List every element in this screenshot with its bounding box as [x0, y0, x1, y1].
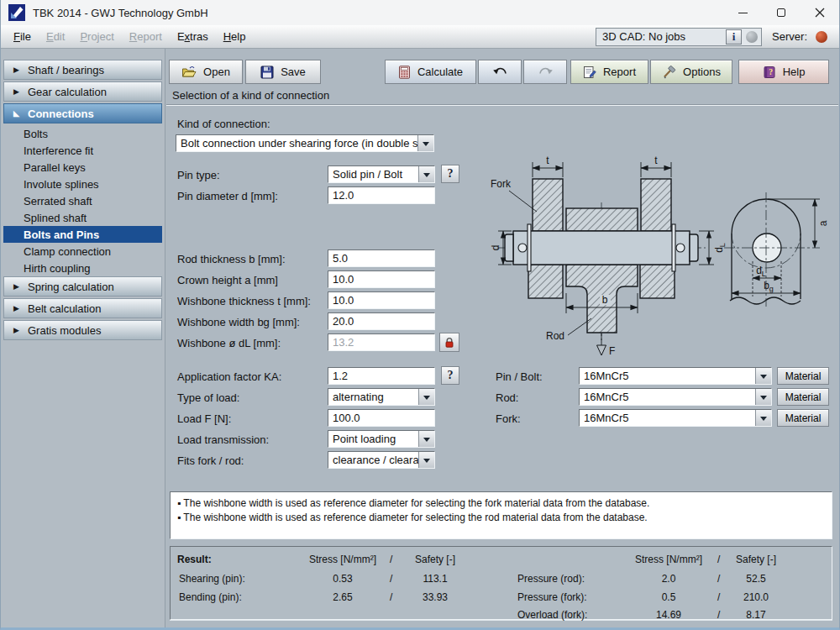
kind-of-connection-select[interactable]: Bolt connection under shearing force (in…	[176, 134, 434, 152]
sidebar-item-involute-splines[interactable]: Involute splines	[3, 176, 162, 192]
sidebar-item-clamp-connection[interactable]: Clamp connection	[3, 243, 162, 260]
dropdown-arrow-icon[interactable]	[755, 368, 771, 384]
wishbone-diameter-input	[328, 333, 435, 351]
sidebar-item-hirth-coupling[interactable]: Hirth coupling	[3, 260, 162, 276]
pin-type-help-button[interactable]: ?	[441, 165, 459, 183]
sidebar-item-interference-fit[interactable]: Interference fit	[3, 142, 162, 159]
sidebar-item-bolts-and-pins[interactable]: Bolts and Pins	[3, 226, 162, 243]
diagram-dim-bg: bg	[764, 280, 774, 293]
undo-button[interactable]	[478, 60, 522, 84]
material-pin-bolt-button[interactable]: Material	[777, 367, 829, 385]
fits-fork-rod-value: clearance / cleara...	[328, 452, 418, 468]
titlebar: TBK 2014 - GWJ Technology GmbH	[1, 0, 839, 25]
save-button[interactable]: Save	[245, 60, 321, 84]
type-of-load-select[interactable]: alternating	[328, 388, 435, 406]
dropdown-arrow-icon[interactable]	[417, 135, 433, 151]
result-row-safety: 8.17	[717, 609, 795, 621]
sidebar-group-gratis-modules[interactable]: ▶ Gratis modules	[3, 320, 162, 340]
type-of-load-label: Type of load:	[177, 391, 239, 404]
close-button[interactable]	[801, 0, 839, 25]
svg-text:?: ?	[769, 68, 773, 76]
sidebar-item-parallel-keys[interactable]: Parallel keys	[3, 159, 162, 176]
dropdown-arrow-icon[interactable]	[755, 389, 771, 405]
load-transmission-value: Point loading	[328, 431, 418, 447]
application-factor-help-button[interactable]: ?	[441, 366, 459, 385]
material-fork-select[interactable]: 16MnCr5	[579, 409, 772, 427]
material-rod-value: 16MnCr5	[580, 389, 755, 405]
redo-button	[523, 60, 567, 84]
sidebar-item-splined-shaft[interactable]: Splined shaft	[3, 209, 162, 226]
crown-height-input[interactable]	[328, 270, 435, 288]
open-label: Open	[203, 66, 230, 78]
menu-extras[interactable]: Extras	[170, 27, 216, 46]
dropdown-arrow-icon[interactable]	[418, 166, 434, 182]
server-label: Server:	[772, 30, 807, 43]
wishbone-width-input[interactable]	[328, 312, 435, 330]
pin-type-label: Pin type:	[177, 169, 220, 181]
connection-diagram: t t Fork d dL b Rod F	[475, 129, 837, 364]
open-button[interactable]: Open	[169, 60, 243, 84]
sidebar-group-shaft-bearings[interactable]: ▶ Shaft / bearings	[3, 60, 162, 80]
help-button[interactable]: ? Help	[738, 60, 829, 84]
calculator-icon	[398, 66, 411, 79]
group-label: Connections	[28, 108, 94, 120]
stress-header-right: Stress [N/mm²]	[618, 554, 719, 565]
safety-header-right: Safety [-]	[717, 554, 795, 565]
sidebar-group-belt-calculation[interactable]: ▶ Belt calculation	[3, 298, 162, 318]
sidebar-group-connections[interactable]: ◣ Connections	[3, 103, 162, 123]
material-rod-select[interactable]: 16MnCr5	[579, 388, 772, 406]
result-row-label: Pressure (fork):	[517, 591, 587, 603]
load-f-input[interactable]	[328, 409, 435, 427]
info-button[interactable]: i	[726, 29, 742, 45]
pin-diameter-input[interactable]	[328, 186, 435, 204]
material-fork-button[interactable]: Material	[777, 409, 829, 427]
material-rod-button[interactable]: Material	[777, 388, 829, 406]
menu-file[interactable]: File	[6, 27, 39, 46]
fits-fork-rod-select[interactable]: clearance / cleara...	[328, 451, 435, 469]
fork-arm-right	[641, 179, 671, 231]
material-pin-bolt-select[interactable]: 16MnCr5	[579, 367, 772, 385]
window-controls	[723, 0, 839, 25]
sidebar-item-serrated-shaft[interactable]: Serrated shaft	[3, 192, 162, 209]
material-fork-value: 16MnCr5	[580, 410, 755, 426]
help-label: Help	[783, 66, 806, 78]
sidebar-item-bolts[interactable]: Bolts	[3, 125, 162, 142]
cad-status-text: 3D CAD: No jobs	[600, 30, 726, 43]
maximize-button[interactable]	[762, 0, 801, 25]
wishbone-thickness-input[interactable]	[328, 291, 435, 309]
menu-help[interactable]: Help	[216, 27, 254, 46]
dropdown-arrow-icon[interactable]	[418, 389, 434, 405]
result-row-safety: 33.93	[396, 591, 475, 603]
rod-thickness-input[interactable]	[328, 249, 435, 267]
menu-edit: Edit	[39, 27, 72, 46]
result-row-safety: 210.0	[717, 591, 795, 603]
minimize-button[interactable]	[723, 0, 762, 25]
kind-of-connection-label: Kind of connection:	[177, 118, 270, 130]
sidebar-group-gear-calculation[interactable]: ▶ Gear calculation	[3, 81, 162, 102]
load-transmission-select[interactable]: Point loading	[328, 430, 435, 448]
material-pin-bolt-value: 16MnCr5	[580, 368, 755, 384]
report-button[interactable]: Report	[570, 60, 648, 84]
separator: /	[390, 591, 392, 603]
separator: /	[390, 573, 392, 585]
section-title: Selection of a kind of connection	[172, 89, 329, 102]
diagram-dim-b: b	[602, 294, 608, 306]
application-factor-input[interactable]	[328, 367, 435, 385]
separator: /	[390, 554, 392, 565]
calculate-button[interactable]: Calculate	[385, 60, 476, 84]
diagram-dim-dl-eye: dL	[756, 265, 766, 278]
application-factor-label: Application factor KA:	[177, 370, 281, 383]
lock-button[interactable]	[439, 333, 459, 352]
result-row-stress: 2.65	[292, 591, 393, 603]
pin-type-select[interactable]: Solid pin / Bolt	[328, 165, 435, 183]
dropdown-arrow-icon[interactable]	[418, 431, 434, 447]
menubar: File Edit Project Report Extras Help 3D …	[1, 25, 839, 49]
dropdown-arrow-icon[interactable]	[418, 452, 434, 468]
sidebar-group-spring-calculation[interactable]: ▶ Spring calculation	[3, 276, 162, 297]
wishbone-diameter-label: Wishbone ø dL [mm]:	[177, 337, 281, 349]
material-fork-label: Fork:	[496, 412, 521, 425]
diagram-dim-d: d	[490, 245, 501, 251]
dropdown-arrow-icon[interactable]	[755, 410, 771, 426]
options-button[interactable]: Options	[650, 60, 732, 84]
sidebar: ▶ Shaft / bearings ▶ Gear calculation ◣ …	[1, 49, 165, 627]
